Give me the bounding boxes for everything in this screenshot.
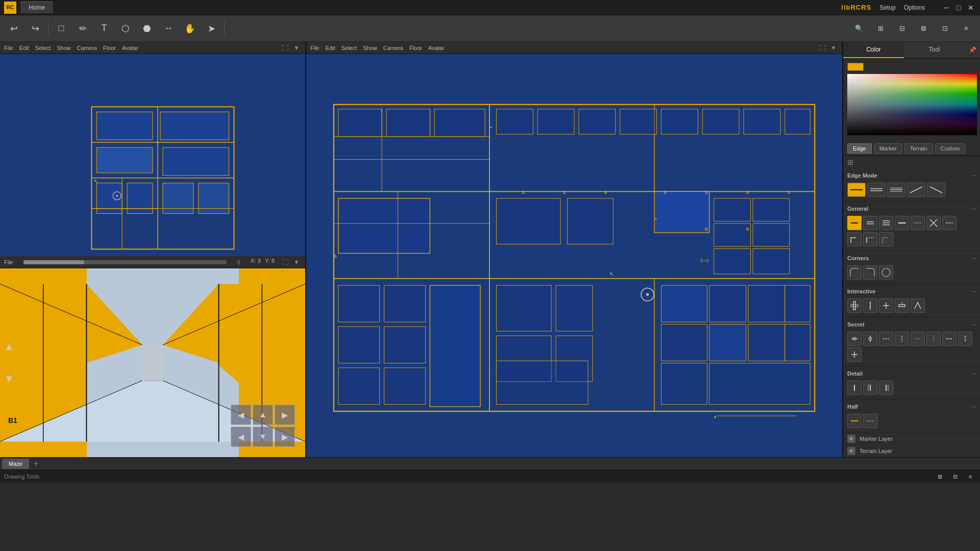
tab-marker[interactable]: Marker <box>874 143 902 154</box>
up-arrow[interactable]: ▲ <box>4 341 14 353</box>
interactive-header[interactable]: Interactive ─ <box>847 286 976 296</box>
gen-wall-6[interactable] <box>926 216 941 230</box>
interactive-3[interactable] <box>879 298 893 313</box>
top-menu-camera[interactable]: Camera <box>77 45 97 51</box>
pointer-tool-button[interactable]: ➤ <box>202 19 221 38</box>
selected-color-swatch[interactable] <box>847 63 864 71</box>
maximize-button[interactable]: □ <box>953 3 964 13</box>
corner-round-tl[interactable] <box>847 265 862 280</box>
text-tool-button[interactable]: T <box>94 19 114 38</box>
main-menu-file[interactable]: File <box>310 45 320 51</box>
right-tool-6[interactable]: ≡ <box>957 19 976 38</box>
corners-collapse[interactable]: ─ <box>972 256 976 261</box>
secret-8[interactable] <box>958 332 972 346</box>
top-menu-show[interactable]: Show <box>57 45 71 51</box>
nav-up[interactable]: ▲ <box>253 405 273 425</box>
3d-viewport-canvas[interactable]: ▲ ▼ B1 ◀ ▲ ▶ ◀ ▼ ▶ <box>0 268 305 457</box>
polygon-tool-button[interactable]: ⬡ <box>116 19 135 38</box>
edge-mode-double[interactable] <box>867 183 886 197</box>
secret-collapse[interactable]: ─ <box>972 322 976 328</box>
right-tool-3[interactable]: ⊟ <box>892 19 912 38</box>
3d-menu-file[interactable]: File <box>4 259 13 265</box>
edge-mode-header[interactable]: Edge Mode ─ <box>847 170 976 181</box>
secret-5[interactable] <box>911 332 925 346</box>
status-btn-3[interactable]: ≡ <box>965 471 976 482</box>
top-menu-avatar[interactable]: Avatar <box>122 45 138 51</box>
edge-mode-collapse[interactable]: ─ <box>972 173 976 179</box>
gen-wall-3[interactable] <box>879 216 893 230</box>
menu-options[interactable]: Options <box>904 4 925 11</box>
right-tool-5[interactable]: ⊡ <box>935 19 954 38</box>
interactive-collapse[interactable]: ─ <box>972 289 976 294</box>
3d-menu-button[interactable]: ▼ <box>292 258 301 267</box>
secret-3[interactable] <box>879 332 893 346</box>
main-menu-select[interactable]: Select <box>341 45 357 51</box>
main-viewport-canvas[interactable]: S S S S S S S S S S S~S ↖ ● <box>306 54 842 457</box>
nav-upleft[interactable]: ◀ <box>231 405 251 425</box>
marker-layer-eye[interactable]: 👁 <box>847 435 855 443</box>
right-tool-1[interactable]: 🔍 <box>849 19 869 38</box>
nav-down[interactable]: ▼ <box>253 427 273 447</box>
terrain-layer-eye[interactable]: 👁 <box>847 447 855 455</box>
draw-tool-button[interactable]: ✏ <box>73 19 92 38</box>
corner-round-circle[interactable] <box>879 265 893 280</box>
marker-layer-item[interactable]: 👁 Marker Layer <box>843 433 980 445</box>
right-tool-4[interactable]: ⊠ <box>914 19 933 38</box>
main-menu-avatar[interactable]: Avatar <box>428 45 445 51</box>
stamp-tool-button[interactable]: ⬣ <box>137 19 157 38</box>
right-tool-2[interactable]: ⊞ <box>871 19 890 38</box>
top-menu-button[interactable]: ▼ <box>292 43 301 53</box>
measure-tool-button[interactable]: ↔ <box>159 19 178 38</box>
gen-wall-5[interactable] <box>911 216 925 230</box>
nav-downleft[interactable]: ◀ <box>231 427 251 447</box>
main-menu-floor[interactable]: Floor <box>409 45 422 51</box>
interactive-1[interactable] <box>847 298 862 313</box>
edge-mode-solid[interactable] <box>847 183 866 197</box>
detail-header[interactable]: Detail ─ <box>847 368 976 379</box>
half-2[interactable] <box>863 414 877 428</box>
interactive-4[interactable] <box>895 298 909 313</box>
secret-header[interactable]: Secret ─ <box>847 319 976 330</box>
nav-upright[interactable]: ▶ <box>275 405 295 425</box>
top-menu-select[interactable]: Select <box>35 45 51 51</box>
detail-collapse[interactable]: ─ <box>972 371 976 377</box>
status-btn-2[interactable]: ⊟ <box>949 471 961 482</box>
edge-mode-triple[interactable] <box>887 183 905 197</box>
home-tab[interactable]: Home <box>20 2 53 13</box>
status-btn-1[interactable]: ⊞ <box>934 471 945 482</box>
main-menu-camera[interactable]: Camera <box>383 45 403 51</box>
nav-downright[interactable]: ▶ <box>275 427 295 447</box>
menu-setup[interactable]: Setup <box>879 4 895 11</box>
tab-tool[interactable]: Tool <box>904 42 965 58</box>
general-header[interactable]: General ─ <box>847 204 976 214</box>
top-viewport-canvas[interactable]: ↖ <box>0 54 305 256</box>
filter-icon[interactable]: ⊞ <box>847 158 853 166</box>
secret-2[interactable] <box>863 332 877 346</box>
half-header[interactable]: Half ─ <box>847 402 976 412</box>
main-menu-show[interactable]: Show <box>363 45 377 51</box>
undo-button[interactable]: ↩ <box>4 19 23 38</box>
top-menu-edit[interactable]: Edit <box>19 45 29 51</box>
gen-wall-7[interactable] <box>942 216 957 230</box>
edge-mode-cross-diagonal[interactable] <box>927 183 945 197</box>
tab-custom[interactable]: Custom <box>935 143 966 154</box>
tab-terrain[interactable]: Terrain <box>904 143 933 154</box>
edge-mode-diagonal[interactable] <box>907 183 925 197</box>
secret-6[interactable] <box>926 332 941 346</box>
main-menu-edit[interactable]: Edit <box>326 45 335 51</box>
detail-1[interactable] <box>847 381 862 395</box>
general-collapse[interactable]: ─ <box>972 206 976 212</box>
minimize-button[interactable]: ─ <box>941 3 951 13</box>
half-collapse[interactable]: ─ <box>972 404 976 410</box>
secret-plus[interactable] <box>847 347 862 362</box>
secret-7[interactable] <box>942 332 957 346</box>
detail-3[interactable] <box>879 381 893 395</box>
corners-header[interactable]: Corners ─ <box>847 253 976 263</box>
secret-4[interactable] <box>895 332 909 346</box>
gen-corner-1[interactable] <box>847 232 862 246</box>
gen-wall-2[interactable] <box>863 216 877 230</box>
gen-wall-4[interactable] <box>895 216 909 230</box>
sidebar-pin-button[interactable]: 📌 <box>965 42 980 58</box>
top-menu-file[interactable]: File <box>4 45 13 51</box>
gen-corner-2[interactable] <box>863 232 877 246</box>
